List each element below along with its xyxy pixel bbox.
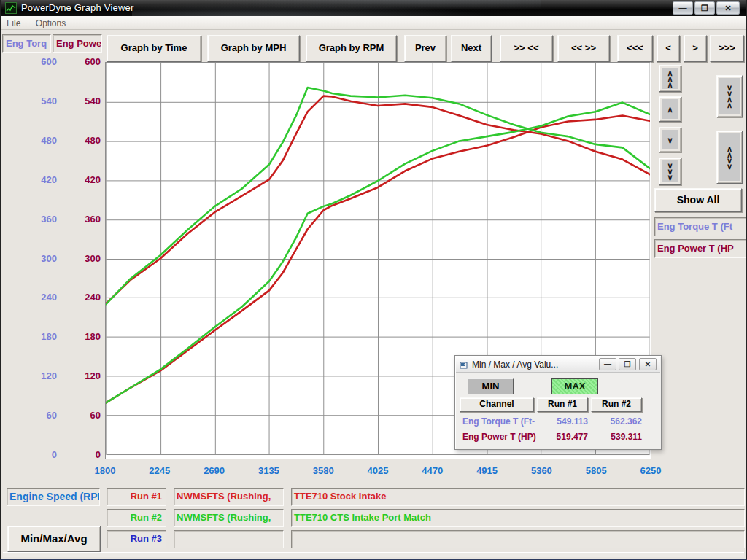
x-axis-tick-label: 1800 [95, 465, 116, 476]
y-torque-tick-label: 540 [14, 96, 59, 106]
next-button[interactable]: Next [451, 35, 492, 62]
run-1-description-box[interactable]: TTE710 Stock Intake [291, 488, 745, 506]
run-3-label: Run #3 [107, 530, 166, 548]
titlebar-glass-sheen [132, 0, 541, 16]
compress-x-button[interactable]: >> << [500, 35, 553, 62]
maximize-button[interactable]: ❐ [694, 1, 715, 15]
expand-y-button[interactable]: ∧∧∨∨ [716, 131, 743, 184]
y-torque-tick-label: 240 [14, 292, 59, 303]
legend-power-channel[interactable]: Eng Power T (HP [654, 239, 747, 258]
scroll-far-left-button[interactable]: <<< [617, 35, 653, 62]
column-header-run1[interactable]: Run #1 [537, 397, 588, 412]
menu-item-file[interactable]: File [1, 17, 26, 30]
menu-item-options[interactable]: Options [30, 17, 71, 30]
chevrons-diverge-icon: ∧∧∨∨ [719, 133, 740, 181]
chevrons-converge-icon: ∨∨∧∧ [719, 78, 740, 114]
x-axis-tick-label: 5805 [586, 465, 607, 476]
y-torque-tick-label: 0 [14, 449, 59, 460]
scroll-right-button[interactable]: > [684, 35, 707, 62]
window-title: PowerDyne Graph Viewer [21, 2, 133, 13]
minmax-torque-run1-value: 549.113 [537, 416, 588, 427]
x-axis-channel-box[interactable]: Engine Speed (RPM) [7, 488, 100, 506]
y-torque-tick-label: 120 [14, 370, 59, 381]
close-button[interactable]: ✕ [716, 1, 740, 15]
run-3-description-box[interactable] [291, 530, 745, 548]
chevron-up-triple-icon: ∧∧∧ [662, 68, 678, 89]
x-axis-tick-label: 5360 [531, 465, 552, 476]
run-1-file-box[interactable]: NWMSFTS (Rushing, [174, 488, 284, 506]
scroll-up-fast-button[interactable]: ∧∧∧ [659, 65, 681, 92]
y-torque-tick-label: 60 [14, 410, 59, 421]
scroll-down-fast-button[interactable]: ∨∨∨ [659, 158, 681, 185]
run-3-file-box[interactable] [174, 530, 284, 548]
y-power-tick-label: 420 [58, 174, 103, 185]
y-power-tick-label: 120 [58, 370, 103, 381]
y-axis-power: 060120180240300360420480540600 [58, 62, 103, 459]
expand-x-button[interactable]: << >> [557, 35, 610, 62]
y-power-tick-label: 240 [58, 292, 103, 303]
scroll-far-right-button[interactable]: >>> [710, 35, 744, 62]
x-axis-tick-label: 6250 [640, 465, 662, 476]
y-power-tick-label: 360 [58, 214, 103, 225]
graph-by-mph-button[interactable]: Graph by MPH [207, 35, 300, 62]
run-2-description-box[interactable]: TTE710 CTS Intake Port Match [291, 509, 745, 527]
chevron-down-icon: ∨ [662, 130, 678, 149]
y-torque-tick-label: 360 [14, 214, 59, 225]
x-axis-tick-label: 3580 [313, 465, 334, 476]
scroll-down-button[interactable]: ∨ [659, 127, 681, 152]
minmax-minimize-button[interactable]: — [599, 358, 616, 370]
y-power-tick-label: 540 [58, 96, 103, 106]
minmax-restore-button[interactable]: ❐ [619, 358, 636, 370]
minmax-torque-run2-value: 562.362 [591, 416, 642, 427]
minimize-button[interactable]: — [673, 1, 693, 15]
y-torque-tick-label: 420 [14, 174, 59, 185]
x-axis-tick-label: 4470 [422, 465, 443, 476]
column-header-channel[interactable]: Channel [460, 397, 534, 412]
menu-bar: File Options [1, 16, 746, 30]
run-1-label: Run #1 [107, 488, 166, 506]
minmax-row-torque-channel: Eng Torque T (Ft- [462, 416, 535, 427]
graph-by-rpm-button[interactable]: Graph by RPM [306, 35, 397, 62]
show-all-button[interactable]: Show All [654, 188, 742, 212]
x-axis-tick-label: 4915 [476, 465, 498, 476]
x-axis-tick-label: 4025 [368, 465, 389, 476]
x-axis-tick-label: 2690 [204, 465, 225, 476]
y-power-tick-label: 300 [58, 253, 103, 264]
y-axis-torque: 060120180240300360420480540600 [14, 62, 59, 459]
minmax-window-title: Min / Max / Avg Valu... [472, 359, 558, 370]
graph-by-time-button[interactable]: Graph by Time [107, 35, 201, 62]
y-power-tick-label: 180 [58, 331, 103, 342]
minmax-title-bar[interactable]: Min / Max / Avg Valu... — ❐ ✕ [456, 357, 660, 373]
minmax-window-icon [460, 359, 469, 373]
minmax-row-power-channel: Eng Power T (HP) [462, 432, 536, 442]
x-axis-tick-label: 2245 [149, 465, 170, 476]
app-icon[interactable] [5, 2, 17, 14]
y-power-tick-label: 60 [58, 410, 103, 421]
x-axis: 1800224526903135358040254470491553605805… [105, 465, 659, 478]
legend-torque-channel[interactable]: Eng Torque T (Ft [654, 217, 747, 236]
minmax-power-run1-value: 519.477 [537, 432, 588, 442]
y-power-tick-label: 0 [58, 449, 103, 460]
y-torque-tick-label: 600 [14, 56, 59, 67]
column-header-run2[interactable]: Run #2 [591, 397, 642, 412]
max-tab-button[interactable]: MAX [551, 378, 598, 394]
compress-y-button[interactable]: ∨∨∧∧ [716, 75, 743, 117]
title-bar: PowerDyne Graph Viewer — ❐ ✕ [1, 0, 746, 16]
chevron-down-triple-icon: ∨∨∨ [662, 160, 678, 182]
x-axis-tick-label: 3135 [258, 465, 279, 476]
scroll-up-button[interactable]: ∧ [659, 96, 681, 122]
y-torque-tick-label: 480 [14, 135, 59, 146]
min-tab-button[interactable]: MIN [468, 378, 514, 394]
torque-axis-channel-button[interactable]: Eng Torq [2, 34, 51, 53]
minmax-avg-button[interactable]: Min/Max/Avg [7, 526, 101, 552]
y-power-tick-label: 600 [58, 56, 103, 67]
window-bottom-edge [3, 552, 744, 557]
power-axis-channel-button[interactable]: Eng Powe [53, 34, 102, 53]
minmax-power-run2-value: 539.311 [591, 432, 642, 442]
run-2-file-box[interactable]: NWMSFTS (Rushing, [174, 509, 284, 527]
prev-button[interactable]: Prev [404, 35, 446, 62]
minmax-window[interactable]: Min / Max / Avg Valu... — ❐ ✕ MIN MAX Ch… [454, 355, 662, 450]
y-power-tick-label: 480 [58, 135, 103, 146]
minmax-close-button[interactable]: ✕ [639, 358, 657, 370]
scroll-left-button[interactable]: < [657, 35, 680, 62]
